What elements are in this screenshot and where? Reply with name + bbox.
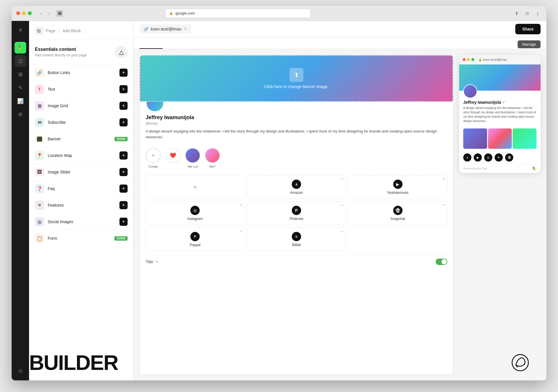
edit-url-icon[interactable]: ✎	[184, 27, 187, 31]
nav-bottom-icon[interactable]: ⊙	[15, 365, 26, 377]
bilibili-edit-icon[interactable]: ✎	[341, 230, 344, 234]
section-title-edit-icon[interactable]: ✎	[155, 259, 159, 264]
back-button[interactable]: ‹	[37, 10, 44, 17]
highlight-weout[interactable]: We out	[185, 148, 200, 168]
me-label: Me?	[209, 165, 215, 168]
address-bar[interactable]: 🔒 google.com	[165, 9, 311, 18]
preview-url-text: koon.test/@lmao	[483, 58, 507, 61]
add-image-grid-button[interactable]: +	[119, 102, 128, 110]
link-bilibili[interactable]: ✎ b Bilibili	[247, 228, 346, 251]
section-toggle[interactable]	[436, 259, 447, 265]
tab-icon: ⊞	[56, 10, 63, 17]
pinterest-edit-icon[interactable]: ✎	[341, 203, 344, 207]
pinterest-icon: P	[292, 206, 301, 215]
link-paypal[interactable]: ✎ P Paypal	[146, 228, 245, 251]
preview-verified-icon: ✓	[502, 100, 505, 104]
tab-1[interactable]	[140, 40, 163, 49]
add-features-button[interactable]: +	[119, 201, 128, 209]
tab-3[interactable]	[187, 40, 210, 49]
manage-button[interactable]: Manage	[518, 40, 541, 48]
url-text: koon.test/@lmao	[151, 27, 181, 31]
block-item-subscribe[interactable]: ✉ Subscribe +	[29, 114, 133, 131]
block-item-form[interactable]: 📋 Form SOON	[29, 230, 133, 247]
share-button[interactable]: Share	[515, 24, 541, 34]
amazon-label: Amazon	[290, 191, 303, 195]
add-button-links-button[interactable]: +	[119, 69, 128, 77]
amazon-edit-icon[interactable]: ✎	[341, 177, 344, 181]
sidebar-right-button[interactable]: |	[534, 9, 542, 17]
share-toolbar-button[interactable]: ⬆	[513, 9, 521, 17]
snapchat-edit-icon[interactable]: ✎	[442, 203, 445, 207]
forward-button[interactable]: ›	[46, 10, 53, 17]
nav-page-icon[interactable]: ⊡	[15, 55, 26, 67]
preview-card: 🔒 koon.test/@lmao Jeffre	[459, 55, 541, 173]
link-snapchat[interactable]: ✎ 👻 Snapchat	[348, 201, 447, 225]
snapchat-icon: 👻	[393, 206, 403, 215]
block-item-banner[interactable]: ⬛ Banner SOON	[29, 131, 133, 147]
youtubemusic-icon: ▶	[393, 180, 403, 189]
link-instagram[interactable]: ✎ ◎ Instagram	[146, 201, 245, 225]
preview-minimize	[467, 58, 470, 61]
parrot-nav-icon[interactable]: 🦜	[15, 42, 26, 53]
paypal-edit-icon[interactable]: ✎	[240, 230, 243, 234]
essentials-icon: △	[115, 46, 128, 58]
link-pinterest[interactable]: ✎ P Pinterest	[247, 201, 346, 225]
add-faq-button[interactable]: +	[119, 185, 128, 193]
url-link-icon: 🔗	[144, 27, 149, 31]
toolbar-right: ⬆ ⊡ |	[513, 9, 542, 17]
block-item-image-slider[interactable]: 🖼 Image Slider +	[29, 164, 133, 180]
banner-area[interactable]: ⬆ Click here to change banner image.	[140, 55, 453, 102]
app-body: ✕ 🦜 ⊡ ⊞ ✎ 📊 ⚙ ⊙ ⊡ Page / Add Block	[12, 21, 546, 380]
add-image-slider-button[interactable]: +	[119, 168, 128, 176]
highlight-me[interactable]: Me?	[205, 148, 220, 168]
close-panel-button[interactable]: ✕	[15, 24, 26, 36]
block-item-features[interactable]: ≡ Features +	[29, 197, 133, 214]
bilibili-label: Bilibili	[292, 243, 301, 247]
block-item-location-map[interactable]: 📍 Location Map +	[29, 147, 133, 164]
block-item-button-links[interactable]: 🔗 Button Links +	[29, 65, 133, 81]
add-link-item[interactable]: +	[146, 175, 245, 199]
nav-settings-icon[interactable]: ⚙	[15, 109, 26, 120]
block-item-social-images[interactable]: ◎ Social Images +	[29, 214, 133, 230]
section-title-text: Title	[146, 259, 153, 264]
preview-snapchat-icon: 👻	[505, 153, 513, 162]
tab-2[interactable]	[163, 40, 187, 49]
nav-grid-icon[interactable]: ⊞	[15, 69, 26, 80]
instagram-edit-icon[interactable]: ✎	[240, 203, 243, 207]
block-item-image-grid[interactable]: ⊞ Image Grid +	[29, 98, 133, 114]
block-item-faq[interactable]: ❓ Faq +	[29, 180, 133, 197]
text-icon: T	[35, 85, 44, 94]
add-link-plus: +	[193, 183, 197, 191]
add-block-label: Add Block	[62, 28, 81, 33]
create-circle[interactable]: +	[146, 148, 161, 163]
minimize-button[interactable]	[22, 11, 26, 15]
button-links-icon: 🔗	[35, 68, 44, 77]
sidebar-toggle-button[interactable]: ⊡	[523, 9, 531, 17]
weout-circle[interactable]	[185, 148, 200, 163]
preview-url: 🔒 koon.test/@lmao	[478, 58, 507, 61]
me-circle[interactable]	[205, 148, 220, 163]
nav-edit-icon[interactable]: ✎	[15, 82, 26, 94]
preview-amazon-icon: a	[463, 153, 471, 162]
add-social-images-button[interactable]: +	[119, 218, 128, 226]
main-toolbar: 🔗 koon.test/@lmao ✎ Share	[134, 21, 546, 37]
highlight-create[interactable]: + Create	[146, 148, 161, 168]
add-location-map-button[interactable]: +	[119, 151, 128, 160]
youtubemusic-edit-icon[interactable]: ✎	[442, 177, 445, 181]
location-map-label: Location Map	[48, 153, 72, 158]
highlight-heart[interactable]: ❤️	[165, 148, 180, 168]
features-label: Features	[48, 203, 64, 207]
link-youtubemusic[interactable]: ✎ ▶ Youtubemusic	[348, 175, 447, 199]
add-text-button[interactable]: +	[119, 85, 128, 93]
block-item-text[interactable]: T Text +	[29, 81, 133, 98]
tab-4[interactable]	[211, 40, 234, 49]
preview-panel: 🔒 koon.test/@lmao Jeffre	[459, 55, 541, 375]
add-subscribe-button[interactable]: +	[119, 118, 128, 126]
essentials-subtitle: Add content directly on your page	[35, 53, 87, 57]
heart-circle[interactable]: ❤️	[165, 148, 180, 163]
banner-icon: ⬛	[35, 134, 44, 144]
nav-analytics-icon[interactable]: 📊	[15, 95, 26, 107]
maximize-button[interactable]	[28, 11, 32, 15]
link-amazon[interactable]: ✎ a Amazon	[247, 175, 346, 199]
close-button[interactable]	[16, 11, 20, 15]
